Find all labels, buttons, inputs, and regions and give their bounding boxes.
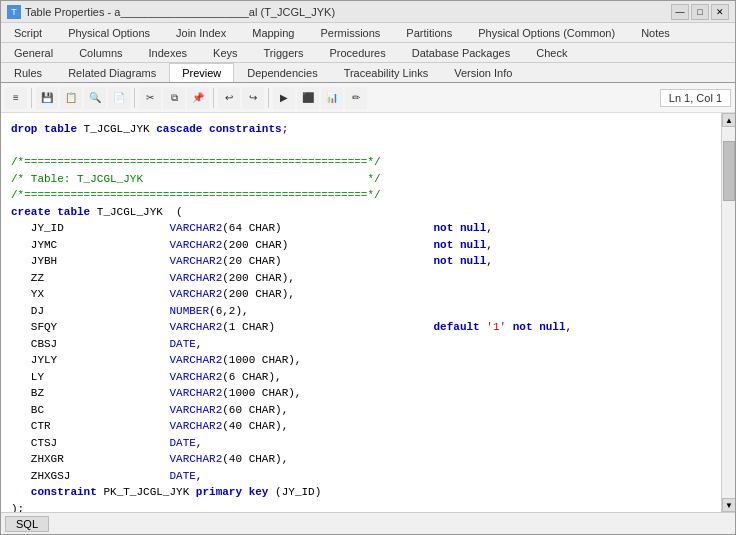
title-bar-left: T Table Properties - a__________________… (7, 5, 335, 19)
toolbar: ≡ 💾 📋 🔍 📄 ✂ ⧉ 📌 ↩ ↪ ▶ ⬛ 📊 ✏ Ln 1, Col 1 (1, 83, 735, 113)
tab-indexes[interactable]: Indexes (136, 43, 201, 62)
tab-triggers[interactable]: Triggers (251, 43, 317, 62)
tab-permissions[interactable]: Permissions (307, 23, 393, 42)
toolbar-btn-5[interactable]: 📄 (108, 87, 130, 109)
tab-row-3: Rules Related Diagrams Preview Dependenc… (1, 63, 735, 83)
title-bar: T Table Properties - a__________________… (1, 1, 735, 23)
bottom-tab-sql[interactable]: SQL (5, 516, 49, 532)
toolbar-btn-8[interactable]: ✏ (345, 87, 367, 109)
toolbar-btn-7[interactable]: 📊 (321, 87, 343, 109)
toolbar-btn-3[interactable]: 📋 (60, 87, 82, 109)
toolbar-btn-cut[interactable]: ✂ (139, 87, 161, 109)
tab-keys[interactable]: Keys (200, 43, 250, 62)
window-title: Table Properties - a____________________… (25, 6, 335, 18)
window-icon: T (7, 5, 21, 19)
cursor-position: Ln 1, Col 1 (660, 89, 731, 107)
tab-physical-options-common[interactable]: Physical Options (Common) (465, 23, 628, 42)
tab-partitions[interactable]: Partitions (393, 23, 465, 42)
tab-physical-options[interactable]: Physical Options (55, 23, 163, 42)
tab-traceability-links[interactable]: Traceability Links (331, 63, 442, 82)
toolbar-sep-2 (134, 88, 135, 108)
close-button[interactable]: ✕ (711, 4, 729, 20)
window-controls: — □ ✕ (671, 4, 729, 20)
tab-script[interactable]: Script (1, 23, 55, 42)
tab-procedures[interactable]: Procedures (316, 43, 398, 62)
toolbar-sep-3 (213, 88, 214, 108)
toolbar-btn-redo[interactable]: ↪ (242, 87, 264, 109)
tab-row-2: General Columns Indexes Keys Triggers Pr… (1, 43, 735, 63)
tab-database-packages[interactable]: Database Packages (399, 43, 523, 62)
tab-preview[interactable]: Preview (169, 63, 234, 82)
maximize-button[interactable]: □ (691, 4, 709, 20)
tab-general[interactable]: General (1, 43, 66, 62)
toolbar-sep-4 (268, 88, 269, 108)
toolbar-btn-undo[interactable]: ↩ (218, 87, 240, 109)
code-container: drop table T_JCGL_JYK cascade constraint… (1, 113, 735, 512)
toolbar-btn-6[interactable]: ⬛ (297, 87, 319, 109)
tab-check[interactable]: Check (523, 43, 580, 62)
toolbar-btn-1[interactable]: ≡ (5, 87, 27, 109)
toolbar-btn-copy[interactable]: ⧉ (163, 87, 185, 109)
tab-related-diagrams[interactable]: Related Diagrams (55, 63, 169, 82)
toolbar-btn-2[interactable]: 💾 (36, 87, 58, 109)
scroll-up-arrow[interactable]: ▲ (722, 113, 735, 127)
minimize-button[interactable]: — (671, 4, 689, 20)
code-editor[interactable]: drop table T_JCGL_JYK cascade constraint… (1, 113, 721, 512)
toolbar-sep-1 (31, 88, 32, 108)
tab-join-index[interactable]: Join Index (163, 23, 239, 42)
tab-notes[interactable]: Notes (628, 23, 683, 42)
main-window: T Table Properties - a__________________… (0, 0, 736, 535)
tab-version-info[interactable]: Version Info (441, 63, 525, 82)
tab-row-1: Script Physical Options Join Index Mappi… (1, 23, 735, 43)
scroll-down-arrow[interactable]: ▼ (722, 498, 735, 512)
toolbar-btn-4[interactable]: 🔍 (84, 87, 106, 109)
vertical-scrollbar[interactable]: ▲ ▼ (721, 113, 735, 512)
tab-rules[interactable]: Rules (1, 63, 55, 82)
toolbar-btn-run[interactable]: ▶ (273, 87, 295, 109)
tab-dependencies[interactable]: Dependencies (234, 63, 330, 82)
scroll-thumb[interactable] (723, 141, 735, 201)
toolbar-btn-paste[interactable]: 📌 (187, 87, 209, 109)
bottom-bar: SQL (1, 512, 735, 534)
tab-mapping[interactable]: Mapping (239, 23, 307, 42)
tab-columns[interactable]: Columns (66, 43, 135, 62)
